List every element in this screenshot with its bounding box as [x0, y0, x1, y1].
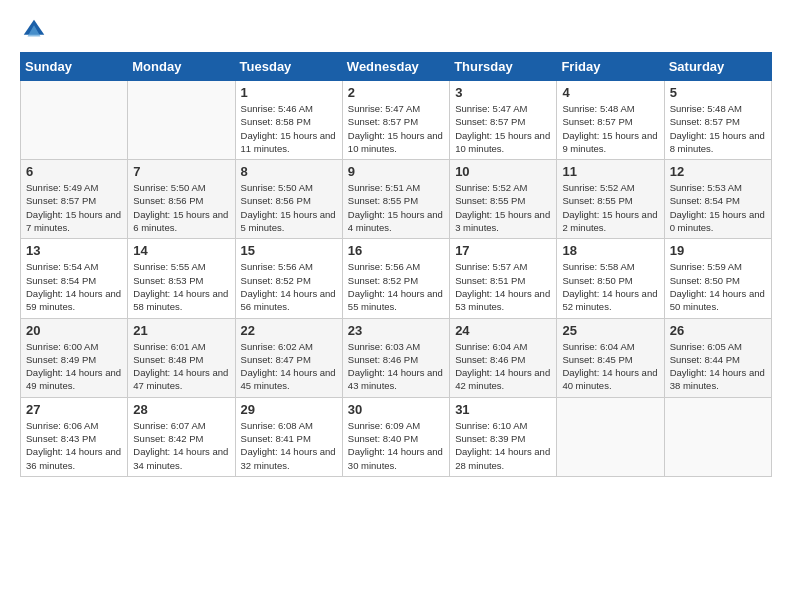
- week-row-2: 6Sunrise: 5:49 AMSunset: 8:57 PMDaylight…: [21, 160, 772, 239]
- day-number: 25: [562, 323, 658, 338]
- day-detail: Sunrise: 5:47 AMSunset: 8:57 PMDaylight:…: [455, 102, 551, 155]
- logo: [20, 16, 52, 44]
- calendar-cell: 9Sunrise: 5:51 AMSunset: 8:55 PMDaylight…: [342, 160, 449, 239]
- day-detail: Sunrise: 6:04 AMSunset: 8:46 PMDaylight:…: [455, 340, 551, 393]
- day-number: 8: [241, 164, 337, 179]
- weekday-header-tuesday: Tuesday: [235, 53, 342, 81]
- calendar-cell: 16Sunrise: 5:56 AMSunset: 8:52 PMDayligh…: [342, 239, 449, 318]
- calendar-cell: 14Sunrise: 5:55 AMSunset: 8:53 PMDayligh…: [128, 239, 235, 318]
- day-detail: Sunrise: 6:01 AMSunset: 8:48 PMDaylight:…: [133, 340, 229, 393]
- day-number: 19: [670, 243, 766, 258]
- day-detail: Sunrise: 6:06 AMSunset: 8:43 PMDaylight:…: [26, 419, 122, 472]
- day-number: 11: [562, 164, 658, 179]
- day-number: 27: [26, 402, 122, 417]
- day-detail: Sunrise: 5:48 AMSunset: 8:57 PMDaylight:…: [562, 102, 658, 155]
- calendar-cell: 21Sunrise: 6:01 AMSunset: 8:48 PMDayligh…: [128, 318, 235, 397]
- calendar-cell: 11Sunrise: 5:52 AMSunset: 8:55 PMDayligh…: [557, 160, 664, 239]
- day-number: 1: [241, 85, 337, 100]
- day-detail: Sunrise: 5:57 AMSunset: 8:51 PMDaylight:…: [455, 260, 551, 313]
- day-detail: Sunrise: 5:58 AMSunset: 8:50 PMDaylight:…: [562, 260, 658, 313]
- day-detail: Sunrise: 5:53 AMSunset: 8:54 PMDaylight:…: [670, 181, 766, 234]
- day-detail: Sunrise: 5:59 AMSunset: 8:50 PMDaylight:…: [670, 260, 766, 313]
- calendar-cell: 4Sunrise: 5:48 AMSunset: 8:57 PMDaylight…: [557, 81, 664, 160]
- day-number: 28: [133, 402, 229, 417]
- calendar-cell: 2Sunrise: 5:47 AMSunset: 8:57 PMDaylight…: [342, 81, 449, 160]
- calendar-cell: 23Sunrise: 6:03 AMSunset: 8:46 PMDayligh…: [342, 318, 449, 397]
- calendar-cell: 5Sunrise: 5:48 AMSunset: 8:57 PMDaylight…: [664, 81, 771, 160]
- day-number: 26: [670, 323, 766, 338]
- day-number: 5: [670, 85, 766, 100]
- day-number: 15: [241, 243, 337, 258]
- day-detail: Sunrise: 6:05 AMSunset: 8:44 PMDaylight:…: [670, 340, 766, 393]
- day-number: 23: [348, 323, 444, 338]
- calendar-cell: 27Sunrise: 6:06 AMSunset: 8:43 PMDayligh…: [21, 397, 128, 476]
- day-number: 21: [133, 323, 229, 338]
- weekday-header-sunday: Sunday: [21, 53, 128, 81]
- weekday-header-wednesday: Wednesday: [342, 53, 449, 81]
- day-detail: Sunrise: 5:50 AMSunset: 8:56 PMDaylight:…: [241, 181, 337, 234]
- calendar-cell: 20Sunrise: 6:00 AMSunset: 8:49 PMDayligh…: [21, 318, 128, 397]
- day-number: 7: [133, 164, 229, 179]
- day-number: 6: [26, 164, 122, 179]
- day-detail: Sunrise: 5:56 AMSunset: 8:52 PMDaylight:…: [241, 260, 337, 313]
- calendar-cell: 29Sunrise: 6:08 AMSunset: 8:41 PMDayligh…: [235, 397, 342, 476]
- day-detail: Sunrise: 5:47 AMSunset: 8:57 PMDaylight:…: [348, 102, 444, 155]
- day-detail: Sunrise: 5:49 AMSunset: 8:57 PMDaylight:…: [26, 181, 122, 234]
- calendar-cell: 8Sunrise: 5:50 AMSunset: 8:56 PMDaylight…: [235, 160, 342, 239]
- weekday-header-friday: Friday: [557, 53, 664, 81]
- calendar-cell: 13Sunrise: 5:54 AMSunset: 8:54 PMDayligh…: [21, 239, 128, 318]
- day-detail: Sunrise: 5:52 AMSunset: 8:55 PMDaylight:…: [455, 181, 551, 234]
- calendar-cell: 3Sunrise: 5:47 AMSunset: 8:57 PMDaylight…: [450, 81, 557, 160]
- day-detail: Sunrise: 6:04 AMSunset: 8:45 PMDaylight:…: [562, 340, 658, 393]
- calendar-cell: 19Sunrise: 5:59 AMSunset: 8:50 PMDayligh…: [664, 239, 771, 318]
- day-number: 3: [455, 85, 551, 100]
- calendar-cell: 12Sunrise: 5:53 AMSunset: 8:54 PMDayligh…: [664, 160, 771, 239]
- calendar-cell: 30Sunrise: 6:09 AMSunset: 8:40 PMDayligh…: [342, 397, 449, 476]
- day-detail: Sunrise: 5:55 AMSunset: 8:53 PMDaylight:…: [133, 260, 229, 313]
- calendar-cell: [128, 81, 235, 160]
- day-detail: Sunrise: 6:02 AMSunset: 8:47 PMDaylight:…: [241, 340, 337, 393]
- day-detail: Sunrise: 6:08 AMSunset: 8:41 PMDaylight:…: [241, 419, 337, 472]
- day-number: 29: [241, 402, 337, 417]
- day-detail: Sunrise: 6:03 AMSunset: 8:46 PMDaylight:…: [348, 340, 444, 393]
- day-number: 16: [348, 243, 444, 258]
- day-detail: Sunrise: 6:00 AMSunset: 8:49 PMDaylight:…: [26, 340, 122, 393]
- day-number: 18: [562, 243, 658, 258]
- week-row-1: 1Sunrise: 5:46 AMSunset: 8:58 PMDaylight…: [21, 81, 772, 160]
- calendar-cell: 7Sunrise: 5:50 AMSunset: 8:56 PMDaylight…: [128, 160, 235, 239]
- day-number: 4: [562, 85, 658, 100]
- logo-icon: [20, 16, 48, 44]
- calendar-table: SundayMondayTuesdayWednesdayThursdayFrid…: [20, 52, 772, 477]
- day-detail: Sunrise: 5:51 AMSunset: 8:55 PMDaylight:…: [348, 181, 444, 234]
- calendar-cell: 1Sunrise: 5:46 AMSunset: 8:58 PMDaylight…: [235, 81, 342, 160]
- calendar-cell: 25Sunrise: 6:04 AMSunset: 8:45 PMDayligh…: [557, 318, 664, 397]
- calendar-cell: [557, 397, 664, 476]
- day-number: 20: [26, 323, 122, 338]
- day-number: 2: [348, 85, 444, 100]
- calendar-cell: 18Sunrise: 5:58 AMSunset: 8:50 PMDayligh…: [557, 239, 664, 318]
- day-detail: Sunrise: 6:10 AMSunset: 8:39 PMDaylight:…: [455, 419, 551, 472]
- day-number: 12: [670, 164, 766, 179]
- page-header: [20, 16, 772, 44]
- day-number: 10: [455, 164, 551, 179]
- calendar-cell: 17Sunrise: 5:57 AMSunset: 8:51 PMDayligh…: [450, 239, 557, 318]
- day-detail: Sunrise: 5:52 AMSunset: 8:55 PMDaylight:…: [562, 181, 658, 234]
- weekday-header-row: SundayMondayTuesdayWednesdayThursdayFrid…: [21, 53, 772, 81]
- day-detail: Sunrise: 5:56 AMSunset: 8:52 PMDaylight:…: [348, 260, 444, 313]
- day-number: 14: [133, 243, 229, 258]
- calendar-cell: 15Sunrise: 5:56 AMSunset: 8:52 PMDayligh…: [235, 239, 342, 318]
- weekday-header-thursday: Thursday: [450, 53, 557, 81]
- day-detail: Sunrise: 6:07 AMSunset: 8:42 PMDaylight:…: [133, 419, 229, 472]
- day-detail: Sunrise: 5:54 AMSunset: 8:54 PMDaylight:…: [26, 260, 122, 313]
- week-row-4: 20Sunrise: 6:00 AMSunset: 8:49 PMDayligh…: [21, 318, 772, 397]
- weekday-header-monday: Monday: [128, 53, 235, 81]
- day-number: 22: [241, 323, 337, 338]
- day-number: 31: [455, 402, 551, 417]
- day-detail: Sunrise: 6:09 AMSunset: 8:40 PMDaylight:…: [348, 419, 444, 472]
- day-number: 13: [26, 243, 122, 258]
- weekday-header-saturday: Saturday: [664, 53, 771, 81]
- week-row-5: 27Sunrise: 6:06 AMSunset: 8:43 PMDayligh…: [21, 397, 772, 476]
- day-number: 30: [348, 402, 444, 417]
- day-detail: Sunrise: 5:50 AMSunset: 8:56 PMDaylight:…: [133, 181, 229, 234]
- week-row-3: 13Sunrise: 5:54 AMSunset: 8:54 PMDayligh…: [21, 239, 772, 318]
